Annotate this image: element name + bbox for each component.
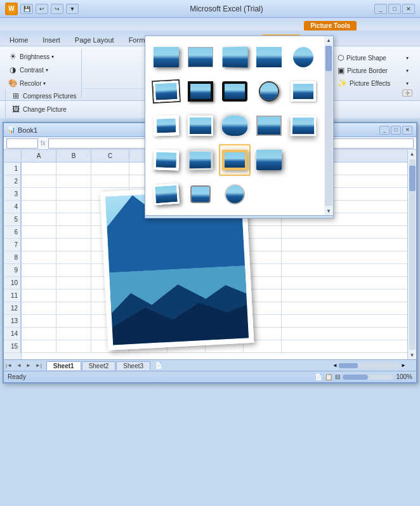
h-scroll-track[interactable] xyxy=(339,363,400,368)
grid-cell[interactable] xyxy=(282,264,317,276)
grid-cell[interactable] xyxy=(56,315,91,327)
grid-cell[interactable] xyxy=(282,239,317,251)
grid-cell[interactable] xyxy=(22,239,56,251)
style-item-7[interactable] xyxy=(185,76,216,107)
h-scroll-thumb[interactable] xyxy=(339,363,358,368)
grid-cell[interactable] xyxy=(56,302,91,314)
picture-border-button[interactable]: ▣ Picture Border ▾ xyxy=(334,64,412,77)
grid-cell[interactable] xyxy=(56,226,91,238)
redo-button[interactable]: ↪ xyxy=(51,4,63,14)
contrast-button[interactable]: ◑ Contrast ▾ xyxy=(5,63,79,76)
style-item-11[interactable] xyxy=(150,110,182,142)
grid-scrollbar-v[interactable]: ▲ ▼ xyxy=(407,150,416,359)
style-item-23[interactable] xyxy=(219,178,251,210)
compress-pictures-button[interactable]: ⊞ Compress Pictures xyxy=(8,90,79,102)
page-break-btn[interactable]: ⊟ xyxy=(335,373,340,380)
grid-cell[interactable] xyxy=(282,340,317,352)
zoom-thumb[interactable] xyxy=(343,375,368,380)
grid-cell[interactable] xyxy=(22,328,56,340)
col-c[interactable]: C xyxy=(91,150,129,162)
grid-cell[interactable] xyxy=(282,277,317,289)
grid-cell[interactable] xyxy=(22,188,56,200)
scroll-down-arrow[interactable]: ▼ xyxy=(325,207,332,215)
grid-cell[interactable] xyxy=(282,290,317,302)
style-item-13[interactable] xyxy=(219,110,251,142)
ss-minimize[interactable]: _ xyxy=(379,126,390,135)
style-item-18[interactable] xyxy=(219,144,251,176)
grid-cell[interactable] xyxy=(56,277,91,289)
col-a[interactable]: A xyxy=(22,150,56,162)
style-item-12[interactable] xyxy=(185,110,216,142)
style-item-21[interactable] xyxy=(150,178,182,210)
tab-insert[interactable]: Insert xyxy=(36,34,67,46)
grid-cell[interactable] xyxy=(282,226,317,238)
grid-cell[interactable] xyxy=(22,340,56,352)
style-item-9[interactable] xyxy=(253,76,285,107)
v-scroll-thumb[interactable] xyxy=(409,166,416,191)
grid-cell[interactable] xyxy=(56,201,91,213)
undo-button[interactable]: ↩ xyxy=(36,4,48,14)
grid-cell[interactable] xyxy=(56,188,91,200)
scroll-thumb[interactable] xyxy=(325,46,332,71)
customize-button[interactable]: ▼ xyxy=(66,4,79,14)
style-item-5[interactable] xyxy=(287,41,319,73)
grid-cell[interactable] xyxy=(22,315,56,327)
tab-picture-tools[interactable]: Picture Tools xyxy=(304,21,357,30)
grid-cell[interactable] xyxy=(22,163,56,175)
sheet-first-btn[interactable]: |◄ xyxy=(4,362,14,369)
styles-scrollbar[interactable]: ▲ ▼ xyxy=(324,36,333,215)
grid-cell[interactable] xyxy=(56,251,91,263)
recolor-button[interactable]: 🎨 Recolor ▾ xyxy=(5,77,79,90)
grid-cell[interactable] xyxy=(244,226,282,238)
grid-cell[interactable] xyxy=(56,328,91,340)
sheet-tab-3[interactable]: Sheet3 xyxy=(116,361,150,370)
grid-cell[interactable] xyxy=(56,264,91,276)
grid-cell[interactable] xyxy=(244,239,282,251)
style-item-16[interactable] xyxy=(150,144,182,176)
style-item-17[interactable] xyxy=(185,144,216,176)
style-item-4[interactable] xyxy=(253,41,285,73)
minimize-button[interactable]: _ xyxy=(374,4,387,14)
style-item-20[interactable] xyxy=(287,144,319,176)
ss-restore[interactable]: □ xyxy=(391,126,401,135)
tab-page-layout[interactable]: Page Layout xyxy=(68,34,121,46)
grid-cell[interactable] xyxy=(282,315,317,327)
grid-cell[interactable] xyxy=(22,226,56,238)
scroll-up-arrow[interactable]: ▲ xyxy=(325,36,332,44)
grid-cell[interactable] xyxy=(56,340,91,352)
grid-cell[interactable] xyxy=(56,290,91,302)
sheet-prev-btn[interactable]: ◄ xyxy=(15,362,23,369)
v-scroll-track[interactable] xyxy=(409,159,416,350)
style-item-15[interactable] xyxy=(287,110,319,142)
style-item-19[interactable] xyxy=(253,144,285,176)
style-item-1[interactable] xyxy=(150,41,182,73)
style-item-10[interactable] xyxy=(287,76,319,107)
close-button[interactable]: ✕ xyxy=(402,4,415,14)
grid-cell[interactable] xyxy=(22,277,56,289)
v-scroll-up[interactable]: ▲ xyxy=(409,150,416,158)
normal-view-btn[interactable]: 📄 xyxy=(315,373,322,380)
grid-cell[interactable] xyxy=(56,239,91,251)
style-item-8[interactable] xyxy=(219,76,251,107)
maximize-button[interactable]: □ xyxy=(388,4,401,14)
grid-cell[interactable] xyxy=(22,251,56,263)
sheet-tab-1[interactable]: Sheet1 xyxy=(46,361,81,370)
grid-cell[interactable] xyxy=(22,175,56,187)
style-item-6[interactable] xyxy=(150,76,182,107)
picture-effects-button[interactable]: ✨ Picture Effects ▾ xyxy=(334,77,412,90)
grid-cell[interactable] xyxy=(282,328,317,340)
zoom-slider[interactable] xyxy=(343,375,393,380)
style-item-2[interactable] xyxy=(185,41,216,73)
grid-cell[interactable] xyxy=(22,264,56,276)
h-scrollbar[interactable]: ◄ ► xyxy=(331,361,407,370)
save-button[interactable]: 💾 xyxy=(20,4,33,14)
picture-shape-button[interactable]: ⬡ Picture Shape ▾ xyxy=(334,51,412,64)
col-b[interactable]: B xyxy=(56,150,91,162)
style-item-14[interactable] xyxy=(253,110,285,142)
sheet-tab-2[interactable]: Sheet2 xyxy=(82,361,116,370)
page-layout-btn[interactable]: 📋 xyxy=(325,373,332,380)
h-scroll-left[interactable]: ◄ xyxy=(331,363,339,368)
grid-cell[interactable] xyxy=(282,251,317,263)
grid-cell[interactable] xyxy=(56,175,91,187)
expand-arrange-button[interactable]: ⊹ xyxy=(402,90,412,97)
